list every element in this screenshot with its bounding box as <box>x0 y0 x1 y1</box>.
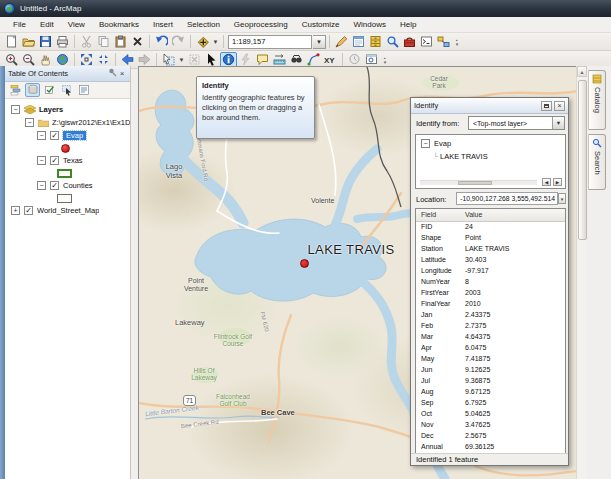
evap-layer-label[interactable]: Evap <box>63 131 86 140</box>
evap-checkbox[interactable]: ✓ <box>50 131 59 140</box>
delete-button[interactable] <box>129 34 146 50</box>
result-feature-node[interactable]: └ LAKE TRAVIS <box>433 152 488 161</box>
attribute-row[interactable]: Aug 9.67125 <box>416 386 565 397</box>
title-bar[interactable]: Untitled - ArcMap <box>0 0 611 17</box>
new-map-button[interactable] <box>3 34 20 50</box>
list-by-drawing-order-icon[interactable] <box>8 83 23 97</box>
counties-checkbox[interactable]: ✓ <box>50 181 59 190</box>
scale-dropdown[interactable]: ▼ <box>313 35 326 49</box>
hscroll-thumb[interactable] <box>458 181 492 185</box>
close-icon[interactable]: × <box>554 101 565 111</box>
attribute-row[interactable]: May 7.41875 <box>416 353 565 364</box>
menu-item[interactable]: Geoprocessing <box>227 18 295 31</box>
identify-from-combo[interactable]: <Top-most layer> ▼ <box>468 116 565 130</box>
toc-node-texas[interactable]: − ✓ Texas <box>5 154 130 167</box>
attribute-row[interactable]: FID 24 <box>416 221 565 232</box>
counties-symbol-row[interactable] <box>5 192 130 204</box>
menu-item[interactable]: Edit <box>33 18 61 31</box>
attribute-row[interactable]: Jan 2.43375 <box>416 309 565 320</box>
toc-node-counties[interactable]: − ✓ Counties <box>5 179 130 192</box>
tab-catalog[interactable]: Catalog <box>588 70 606 130</box>
table-of-contents-window-button[interactable] <box>350 34 367 50</box>
basemap-checkbox[interactable]: ✓ <box>24 206 33 215</box>
attribute-row[interactable]: Mar 4.64375 <box>416 331 565 342</box>
toolbar2-overflow[interactable]: ▪▾ <box>380 56 390 64</box>
menu-item[interactable]: Selection <box>180 18 227 31</box>
menu-item[interactable]: Help <box>393 18 423 31</box>
catalog-window-button[interactable] <box>367 34 384 50</box>
add-data-button[interactable] <box>194 34 211 50</box>
attribute-row[interactable]: Annual 69.36125 <box>416 441 565 452</box>
collapse-icon[interactable]: − <box>25 118 34 127</box>
prev-record-button[interactable]: ◀ <box>542 178 551 186</box>
collapse-icon[interactable]: − <box>11 105 20 114</box>
save-button[interactable] <box>37 34 54 50</box>
toc-close-icon[interactable]: × <box>117 69 127 78</box>
expand-icon[interactable]: + <box>11 206 20 215</box>
texas-checkbox[interactable]: ✓ <box>50 156 59 165</box>
select-features-dropdown[interactable]: ▼ <box>177 57 186 63</box>
attribute-row[interactable]: Nov 3.47625 <box>416 419 565 430</box>
texas-symbol-row[interactable] <box>5 167 130 179</box>
attribute-row[interactable]: Sep 6.7925 <box>416 397 565 408</box>
toc-options-icon[interactable] <box>76 83 91 97</box>
value-column-header[interactable]: Value <box>460 209 565 221</box>
menu-item[interactable]: Windows <box>346 18 392 31</box>
map-scrollbar[interactable]: ▲ <box>576 66 587 479</box>
result-layer-node[interactable]: − Evap <box>421 139 451 148</box>
attribute-row[interactable]: Dec 2.5675 <box>416 430 565 441</box>
add-data-dropdown[interactable]: ▼ <box>211 39 220 45</box>
identify-results-tree[interactable]: − Evap └ LAKE TRAVIS ◀ ▶ <box>415 134 566 189</box>
paste-button[interactable] <box>112 34 129 50</box>
attribute-row[interactable]: Longitude -97.917 <box>416 265 565 276</box>
attribute-row[interactable]: Station LAKE TRAVIS <box>416 243 565 254</box>
evap-symbol-row[interactable] <box>5 142 130 154</box>
basemap-layer-label[interactable]: World_Street_Map <box>37 206 99 215</box>
pin-icon[interactable] <box>107 68 117 79</box>
list-by-visibility-icon[interactable] <box>42 83 57 97</box>
python-window-button[interactable] <box>418 34 435 50</box>
results-hscrollbar[interactable] <box>420 180 537 185</box>
undo-button[interactable] <box>153 34 170 50</box>
menu-item[interactable]: Insert <box>146 18 180 31</box>
combo-dropdown-icon[interactable]: ▼ <box>552 117 564 129</box>
attribute-row[interactable]: NumYear 8 <box>416 276 565 287</box>
modelbuilder-button[interactable] <box>435 34 452 50</box>
location-units-button[interactable]: ▾ <box>558 193 566 204</box>
menu-item[interactable]: Bookmarks <box>92 18 146 31</box>
collapse-icon[interactable]: − <box>37 181 46 190</box>
toc-node-basemap[interactable]: + ✓ World_Street_Map <box>5 204 130 217</box>
scroll-up-icon[interactable]: ▲ <box>577 66 587 77</box>
toc-node-evap[interactable]: − ✓ Evap <box>5 129 130 142</box>
print-button[interactable] <box>54 34 71 50</box>
counties-outline-symbol[interactable] <box>57 194 72 203</box>
attribute-row[interactable]: Feb 2.7375 <box>416 320 565 331</box>
scrollbar-thumb[interactable] <box>578 80 587 240</box>
attribute-row[interactable]: Jun 9.12625 <box>416 364 565 375</box>
attribute-row[interactable]: Shape Point <box>416 232 565 243</box>
attribute-row[interactable]: Oct 5.04625 <box>416 408 565 419</box>
tab-search[interactable]: Search <box>588 134 606 190</box>
next-record-button[interactable]: ▶ <box>553 178 562 186</box>
toc-node-folder[interactable]: − Z:\giswr2012\Ex1\Ex1Data <box>5 116 130 129</box>
collapse-icon[interactable]: − <box>37 156 46 165</box>
field-column-header[interactable]: Field <box>416 209 460 221</box>
list-by-selection-icon[interactable] <box>59 83 74 97</box>
attribute-header-row[interactable]: Field Value <box>416 209 565 221</box>
arctoolbox-button[interactable] <box>401 34 418 50</box>
identify-titlebar[interactable]: Identify × <box>411 98 568 114</box>
toolbar-overflow[interactable]: ▪▾ <box>452 38 462 46</box>
menu-item[interactable]: View <box>61 18 92 31</box>
toc-node-layers[interactable]: − Layers <box>5 103 130 116</box>
attribute-row[interactable]: FinalYear 2010 <box>416 298 565 309</box>
search-window-button[interactable] <box>384 34 401 50</box>
menu-item[interactable]: File <box>6 18 33 31</box>
evap-station-point[interactable] <box>300 259 309 268</box>
attribute-row[interactable]: FirstYear 2003 <box>416 287 565 298</box>
scale-combo[interactable]: 1:189,157 <box>228 35 312 49</box>
attribute-row[interactable]: Apr 6.0475 <box>416 342 565 353</box>
attribute-row[interactable]: Jul 9.36875 <box>416 375 565 386</box>
attribute-row[interactable]: Latitude 30.403 <box>416 254 565 265</box>
texas-layer-label[interactable]: Texas <box>63 156 83 165</box>
list-by-source-icon[interactable] <box>25 83 40 97</box>
